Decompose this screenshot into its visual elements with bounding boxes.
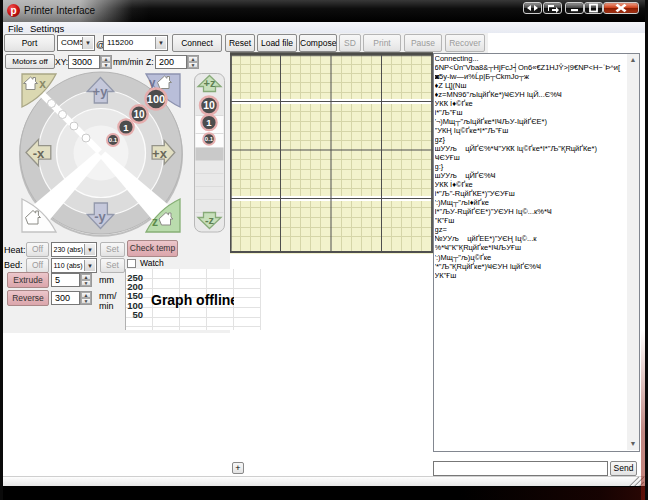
svg-text:0.1: 0.1	[205, 136, 214, 142]
svg-text:-x: -x	[33, 146, 45, 161]
svg-text:x: x	[39, 77, 46, 91]
svg-text:10: 10	[133, 109, 145, 120]
svg-text:100: 100	[147, 93, 165, 105]
svg-text:-y: -y	[94, 209, 106, 224]
svg-text:-z: -z	[205, 214, 215, 226]
svg-text:0.1: 0.1	[109, 137, 118, 143]
svg-text:+x: +x	[152, 146, 168, 161]
svg-text:1: 1	[206, 117, 212, 128]
svg-text:1: 1	[123, 122, 129, 133]
svg-text:10: 10	[203, 99, 215, 111]
svg-text:+z: +z	[204, 77, 216, 89]
svg-text:+y: +y	[93, 84, 109, 99]
svg-text:z: z	[152, 215, 158, 229]
